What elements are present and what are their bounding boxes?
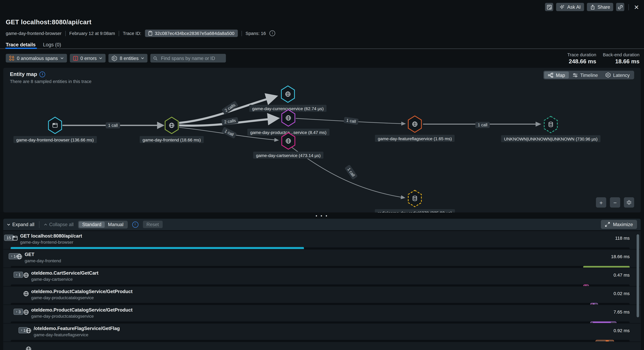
edge-call-count-label: 1 call [476,122,490,128]
span-row[interactable] [3,341,641,350]
fit-to-view-icon [626,200,632,205]
entity-node-label: game-day-frontend (18.66 ms) [140,136,204,143]
span-text: oteldemo.CartService/GetCartgame-day-car… [31,270,98,281]
tab-trace-details[interactable]: Trace details [6,42,36,48]
span-count-badge[interactable]: ›3 [14,309,23,315]
chevron-right-icon: › [21,328,22,332]
anomaly-shapes-icon [9,56,14,61]
entity-node-label: game-day-cartservice (473.14 µs) [253,152,324,159]
zoom-in-button[interactable]: + [596,197,606,207]
waterfall-scrollbar[interactable] [637,234,639,317]
errors-dropdown[interactable]: 0 errors [70,54,106,63]
globe-icon [412,121,418,127]
collapse-all-label: Collapse all [49,222,74,227]
span-row[interactable]: 15GET localhost:8080/api/cartgame-day-fr… [3,230,641,249]
entity-node-browser[interactable] [48,117,62,134]
span-row[interactable]: ›1/oteldemo.FeatureFlagService/GetFlagga… [3,323,641,341]
span-name: oteldemo.ProductCatalogService/GetProduc… [31,307,133,312]
span-name: /oteldemo.FeatureFlagService/GetFlag [34,326,120,331]
maximize-label: Maximize [613,222,633,227]
tab-logs[interactable]: Logs (0) [43,42,61,48]
browser-window-icon [12,235,18,241]
link-icon [618,4,623,10]
duration-summary: Trace duration 248.66 ms Back-end durati… [567,52,640,65]
spans-count: Spans: 16 [246,31,266,36]
edge-call-count-label: 1 call [344,117,359,125]
entity-node-product[interactable] [281,109,295,127]
entity-node-cart[interactable] [281,132,295,150]
span-name: GET localhost:8080/api/cart [20,233,82,238]
collapse-all-button[interactable]: Collapse all [44,222,74,227]
expand-all-button[interactable]: Expand all [7,222,34,227]
errors-label: 0 errors [80,56,97,61]
panel-resize-handle[interactable]: ● ● ● [0,213,644,219]
error-exclamation-icon [73,56,78,61]
entity-map-panel: Entity map i There are 8 sampled entitie… [3,68,641,212]
chevron-right-icon: › [11,254,12,258]
backend-duration-block: Back-end duration 18.66 ms [603,52,640,65]
entity-node-featureflag[interactable] [408,116,422,133]
chevron-right-icon: › [16,273,17,277]
zoom-out-button[interactable]: − [610,197,620,207]
span-row[interactable]: ›1oteldemo.CartService/GetCartgame-day-c… [3,268,641,286]
chevron-down-icon [141,57,144,59]
span-name: oteldemo.ProductCatalogService/GetProduc… [31,289,133,294]
map-zoom-controls: + − [596,197,634,207]
trace-id-chip[interactable]: 32c087ec434bce28367e5a684da8a500 [145,30,238,37]
trace-details-page: Ask AI Share ✕ GET localhost:8080/api/ca… [0,0,644,350]
meta-divider [65,31,66,36]
filter-bar: 0 anomalous spans 0 errors 8 entities [6,54,226,63]
anomalous-spans-dropdown[interactable]: 0 anomalous spans [6,54,67,63]
anomalous-spans-label: 0 anomalous spans [17,56,58,61]
entity-node-redis[interactable] [408,190,422,207]
entities-dropdown[interactable]: 8 entities [108,54,148,63]
span-row[interactable]: oteldemo.ProductCatalogService/GetProduc… [3,286,641,304]
span-text: /oteldemo.FeatureFlagService/GetFlaggame… [34,326,120,337]
entity-node-unknown[interactable] [544,116,558,133]
notes-button[interactable] [545,3,553,11]
share-arrow-icon [590,4,595,10]
entity-map-canvas: game-day-frontend-browser (136.66 ms)gam… [3,68,641,212]
span-search-input[interactable] [160,55,223,61]
maximize-button[interactable]: Maximize [601,220,637,229]
browser-window-icon [52,122,58,128]
spans-info-icon[interactable]: i [270,30,275,36]
topbar-divider [628,4,629,10]
chevron-right-icon: › [16,310,17,313]
reset-button[interactable]: Reset [143,221,162,228]
globe-icon [23,309,29,315]
share-label: Share [598,5,610,10]
entity-node-currency[interactable] [281,86,295,103]
tab-divider-line [0,49,644,49]
copy-link-button[interactable] [616,3,624,11]
trace-timestamp: February 12 at 9:08am [69,31,115,36]
fit-to-view-button[interactable] [624,197,634,207]
span-row[interactable]: ›14GETgame-day-frontend18.66 ms [3,249,641,268]
chevron-down-icon [7,223,10,225]
span-text: oteldemo.ProductCatalogService/GetProduc… [31,307,133,318]
span-count-badge[interactable]: ›1 [14,272,23,278]
span-row[interactable]: ›3oteldemo.ProductCatalogService/GetProd… [3,304,641,323]
mode-standard-button[interactable]: Standard [79,221,105,227]
ask-ai-button[interactable]: Ask AI [556,3,584,11]
span-name: GET [25,252,61,257]
span-text: GETgame-day-frontend [25,252,61,263]
notes-icon [546,4,552,10]
span-service: game-day-frontend-browser [20,239,82,244]
trace-duration-value: 248.66 ms [567,58,596,65]
mode-info-icon[interactable]: i [132,221,138,227]
share-button[interactable]: Share [587,3,613,11]
entity-node-label: game-day-frontend-browser (136.66 ms) [14,136,97,143]
entity-node-label: UNKNOWN|UNKNOWN|UNKNOWN (730.96 µs) [501,135,600,142]
mode-manual-button[interactable]: Manual [105,221,127,227]
globe-icon [285,91,291,97]
span-service: game-day-frontend [25,258,61,263]
span-service: game-day-productcatalogservice [31,313,133,318]
close-icon[interactable]: ✕ [634,4,639,10]
trace-id-label: Trace ID: [123,31,141,36]
waterfall-toolbar: Expand all Collapse all Standard Manual … [3,219,641,230]
trace-id-value: 32c087ec434bce28367e5a684da8a500 [155,31,234,36]
hexagon-icon [112,55,117,61]
entity-node-frontend[interactable] [165,117,179,134]
globe-icon [168,122,175,128]
